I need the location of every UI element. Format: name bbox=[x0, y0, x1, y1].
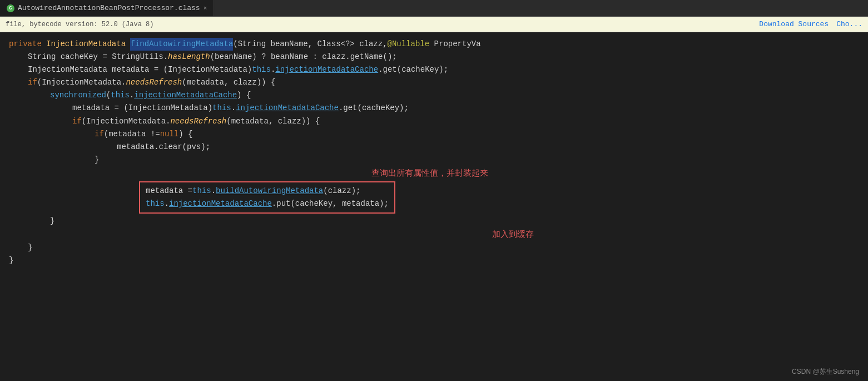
code-line-5: synchronized(this.injectionMetadataCache… bbox=[0, 89, 868, 102]
code-line-1: private InjectionMetadata findAutowiring… bbox=[0, 38, 868, 51]
file-info-text: file, bytecode version: 52.0 (Java 8) bbox=[6, 21, 153, 28]
tab-label: AutowiredAnnotationBeanPostProcessor.cla… bbox=[18, 4, 200, 12]
annotation-nullable: @Nullable bbox=[388, 38, 430, 51]
tab-bar: C AutowiredAnnotationBeanPostProcessor.c… bbox=[0, 0, 868, 17]
tab-class-icon: C bbox=[7, 4, 14, 12]
code-line-6: metadata = (InjectionMetadata)this.injec… bbox=[0, 102, 868, 115]
code-line-8: if (metadata != null) { bbox=[0, 128, 868, 141]
code-line-12: } bbox=[0, 241, 868, 254]
keyword-private: private bbox=[9, 38, 42, 51]
code-area: private InjectionMetadata findAutowiring… bbox=[0, 32, 868, 381]
download-sources-link[interactable]: Download Sources bbox=[759, 20, 829, 28]
close-icon[interactable]: × bbox=[204, 5, 207, 12]
code-line-4: if (InjectionMetadata.needsRefresh(metad… bbox=[0, 76, 868, 89]
box-code-line-1: metadata = this.buildAutowiringMetadata(… bbox=[146, 185, 389, 197]
code-line-7: if (InjectionMetadata.needsRefresh(metad… bbox=[0, 115, 868, 128]
watermark: CSDN @苏生Susheng bbox=[792, 367, 859, 377]
code-line-13: } bbox=[0, 254, 868, 267]
method-name-find-autowiring: findAutowiringMetadata bbox=[130, 38, 233, 51]
annotation-box: metadata = this.buildAutowiringMetadata(… bbox=[139, 181, 395, 214]
cn-annotation-2-line: 加入到缓存 bbox=[0, 227, 868, 241]
box-code-line-2: this.injectionMetadataCache.put(cacheKey… bbox=[146, 197, 389, 210]
choose-link[interactable]: Cho... bbox=[836, 20, 862, 28]
info-bar: file, bytecode version: 52.0 (Java 8) Do… bbox=[0, 17, 868, 32]
cn-annotation-1-line: 查询出所有属性值，并封装起来 bbox=[0, 166, 868, 180]
code-line-10: } bbox=[0, 154, 868, 166]
tab-file[interactable]: C AutowiredAnnotationBeanPostProcessor.c… bbox=[0, 0, 214, 16]
code-line-3: InjectionMetadata metadata = (InjectionM… bbox=[0, 63, 868, 76]
type-injection-metadata: InjectionMetadata bbox=[46, 38, 126, 51]
code-line-2: String cacheKey = StringUtils.hasLength(… bbox=[0, 51, 868, 63]
code-line-11: } bbox=[0, 215, 868, 227]
code-line-9: metadata.clear(pvs); bbox=[0, 141, 868, 154]
cn-annotation-1: 查询出所有属性值，并封装起来 bbox=[371, 166, 488, 180]
cn-annotation-2: 加入到缓存 bbox=[492, 227, 534, 241]
